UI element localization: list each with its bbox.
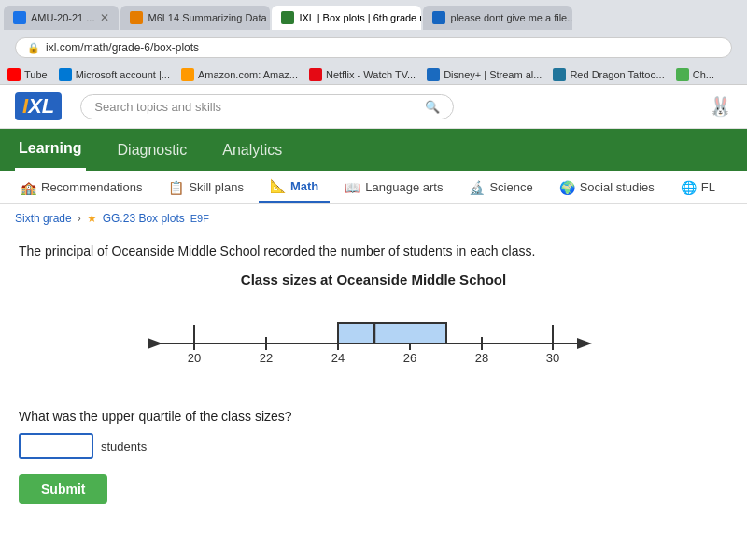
microsoft-icon: [59, 68, 72, 81]
rabbit-icon: 🐰: [709, 95, 732, 118]
search-bar[interactable]: Search topics and skills 🔍: [80, 94, 454, 119]
disney-icon: [427, 68, 440, 81]
breadcrumb-star: ★: [87, 212, 97, 225]
sub-nav-languagearts[interactable]: 📖 Language arts: [333, 173, 454, 203]
search-placeholder: Search topics and skills: [94, 100, 221, 114]
browser-chrome: AMU-20-21 ... ✕ M6L14 Summarizing Data U…: [0, 0, 747, 85]
lock-icon: 🔒: [27, 42, 40, 54]
answer-unit: students: [101, 440, 147, 454]
answer-row: students: [19, 433, 728, 459]
nav-learning[interactable]: Learning: [15, 129, 86, 171]
languagearts-icon: 📖: [345, 180, 360, 195]
youtube-icon: [7, 68, 21, 81]
svg-text:28: 28: [475, 351, 488, 365]
sub-nav-fl[interactable]: 🌐 FL: [669, 173, 726, 203]
sub-nav-science[interactable]: 🔬 Science: [458, 173, 543, 203]
sub-nav-socialstudies[interactable]: 🌍 Social studies: [548, 173, 666, 203]
sub-nav-skillplans[interactable]: 📋 Skill plans: [157, 173, 255, 203]
boxplot-svg: 20 22 24 26 28 30: [131, 297, 616, 390]
tab-1-close[interactable]: ✕: [100, 11, 109, 24]
fl-icon: 🌐: [681, 180, 697, 195]
recommendations-icon: 🏫: [21, 180, 36, 195]
sub-nav: 🏫 Recommendations 📋 Skill plans 📐 Math 📖…: [0, 171, 747, 204]
bookmark-microsoft[interactable]: Microsoft account |...: [59, 68, 170, 81]
sub-nav-recommendations[interactable]: 🏫 Recommendations: [9, 173, 153, 203]
bookmark-dragon[interactable]: Red Dragon Tattoo...: [553, 68, 664, 81]
bookmark-ch[interactable]: Ch...: [676, 68, 714, 81]
problem-text: The principal of Oceanside Middle School…: [19, 244, 728, 259]
tab-3[interactable]: IXL | Box plots | 6th grade mat... ✕: [272, 6, 421, 30]
tab-4[interactable]: please dont give me a file... ✕: [423, 6, 572, 30]
tab-bar: AMU-20-21 ... ✕ M6L14 Summarizing Data U…: [0, 0, 747, 30]
ixl-logo[interactable]: IXL: [15, 92, 62, 120]
amazon-icon: [181, 68, 194, 81]
breadcrumb-code[interactable]: GG.23 Box plots: [103, 212, 185, 225]
nav-analytics[interactable]: Analytics: [218, 131, 286, 170]
bookmark-amazon[interactable]: Amazon.com: Amaz...: [181, 68, 298, 81]
bookmarks-bar: Tube Microsoft account |... Amazon.com: …: [0, 65, 747, 85]
ixl-logo-box: IXL: [15, 92, 62, 120]
svg-text:22: 22: [260, 351, 273, 365]
svg-text:24: 24: [331, 351, 345, 365]
bookmark-disney[interactable]: Disney+ | Stream al...: [427, 68, 542, 81]
skillplans-icon: 📋: [168, 180, 184, 195]
ixl-header: IXL Search topics and skills 🔍 🐰: [0, 85, 747, 129]
main-content: The principal of Oceanside Middle School…: [0, 232, 747, 515]
math-icon: 📐: [270, 178, 286, 193]
tab-2[interactable]: M6L14 Summarizing Data Usin... ✕: [120, 6, 270, 30]
sub-nav-math[interactable]: 📐 Math: [259, 171, 330, 203]
dragon-icon: [553, 68, 566, 81]
svg-rect-17: [338, 323, 446, 343]
socialstudies-icon: 🌍: [559, 180, 575, 195]
boxplot-container: 20 22 24 26 28 30: [131, 297, 616, 394]
answer-input[interactable]: [19, 433, 93, 459]
submit-button[interactable]: Submit: [19, 474, 107, 504]
svg-text:26: 26: [403, 351, 416, 365]
question-text: What was the upper quartile of the class…: [19, 409, 728, 424]
bookmark-tube[interactable]: Tube: [7, 68, 48, 81]
science-icon: 🔬: [469, 180, 485, 195]
svg-text:20: 20: [188, 351, 201, 365]
search-icon: 🔍: [425, 100, 440, 114]
netflix-icon: [309, 68, 322, 81]
chart-title: Class sizes at Oceanside Middle School: [19, 272, 728, 287]
ch-icon: [676, 68, 689, 81]
svg-text:30: 30: [546, 351, 559, 365]
nav-bar: Learning Diagnostic Analytics: [0, 129, 747, 171]
tab-1[interactable]: AMU-20-21 ... ✕: [4, 6, 119, 30]
breadcrumb-grade[interactable]: Sixth grade: [15, 212, 72, 225]
address-bar[interactable]: 🔒 ixl.com/math/grade-6/box-plots: [15, 37, 732, 58]
breadcrumb: Sixth grade › ★ GG.23 Box plots E9F: [0, 204, 747, 232]
breadcrumb-badge: E9F: [190, 213, 209, 224]
bookmark-netflix[interactable]: Netflix - Watch TV...: [309, 68, 416, 81]
nav-diagnostic[interactable]: Diagnostic: [114, 131, 191, 170]
